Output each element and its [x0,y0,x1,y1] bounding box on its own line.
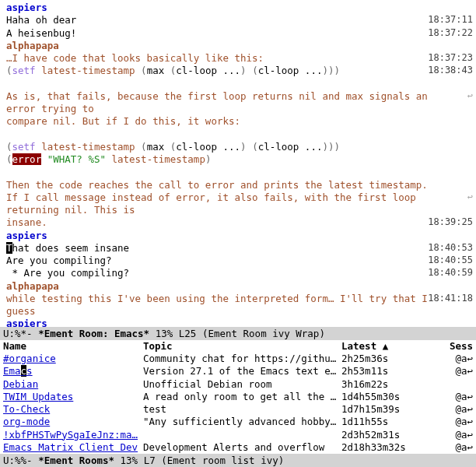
col-header-topic[interactable]: Topic [143,340,341,353]
timestamp: 18:37:22 [428,27,473,40]
room-topic: Unofficial Debian room [143,378,341,391]
timestamp: 18:37:23 [428,52,473,65]
room-latest: 2d3h52m31s [341,429,427,441]
timestamp: 18:40:53 [428,242,473,255]
timestamp: 18:39:25 [428,216,473,229]
timestamp: 18:38:43 [428,65,473,77]
room-session: @a↩ [427,365,473,377]
nick-alphapapa: alphapapa [6,280,59,292]
nick-aspiers: aspiers [6,2,47,13]
code-line: (setf latest-timestamp (max (cl-loop ...… [6,65,428,77]
msg-text: As is, that fails, because the first loo… [6,90,428,116]
timestamp: 18:37:11 [428,14,473,26]
room-row[interactable]: DebianUnofficial Debian room3h16m22s [3,378,473,391]
nick-aspiers: aspiers [6,230,47,241]
wrap-icon: ↩ [467,90,473,101]
room-topic: "Any sufficiently advanced hobby… [143,416,341,428]
room-topic: A read only room to get all the … [143,391,341,403]
modeline-chat[interactable]: U:%*- *Ement Room: Emacs* 13% L25 (Ement… [0,327,476,340]
room-row[interactable]: org-mode"Any sufficiently advanced hobby… [3,416,473,428]
text-cursor: c [21,365,27,377]
buffer-name: *Ement Room: Emacs* [38,328,149,339]
buffer-name: *Ement Rooms* [38,455,114,466]
room-link[interactable]: Emacs [3,365,33,377]
col-header-name[interactable]: Name [3,340,143,353]
wrap-icon: ↩ [467,191,473,202]
nick-aspiers: aspiers [6,318,47,327]
room-link[interactable]: !xbfPHSTwPySgaIeJnz:ma… [3,429,138,441]
timestamp: 18:40:59 [428,267,473,279]
room-latest: 3h16m22s [341,378,427,391]
timestamp: 18:40:55 [428,255,473,267]
msg-text: while testing this I've been using the i… [6,293,428,318]
msg-text: Haha oh dear [6,14,428,26]
col-header-session[interactable]: Sess [427,340,473,353]
room-latest: 2h25m36s [341,353,427,365]
room-session: @a↩ [427,441,473,454]
room-link[interactable]: TWIM Updates [3,391,73,402]
room-session [427,378,473,391]
msg-text: If I call message instead of error, it a… [6,191,428,217]
col-header-latest[interactable]: Latest ▲ [341,340,427,353]
room-link[interactable]: #organice [3,353,56,364]
room-link[interactable]: org-mode [3,416,50,427]
code-line: (setf latest-timestamp (max (cl-loop ...… [6,141,428,153]
chat-buffer[interactable]: aspiers Haha oh dear18:37:11 A heisenbug… [0,0,476,327]
msg-text: That does seem insane [6,242,428,255]
room-topic: Development Alerts and overflow [143,441,341,454]
room-latest: 1d11h55s [341,416,427,428]
room-session: @a↩ [427,429,473,441]
room-topic: Version 27.1 of the Emacs text e… [143,365,341,377]
room-link[interactable]: Emacs Matrix Client Dev [3,441,138,453]
room-latest: 1d7h15m39s [341,403,427,416]
msg-text: compare nil. But if I do this, it works: [6,115,428,128]
room-topic [143,429,341,441]
room-link[interactable]: To-Check [3,403,50,415]
msg-text: A heisenbug! [6,27,428,40]
room-row[interactable]: TWIM UpdatesA read only room to get all … [3,391,473,403]
timestamp: 18:41:18 [428,293,473,318]
text-cursor: T [6,242,12,254]
room-row[interactable]: !xbfPHSTwPySgaIeJnz:ma…2d3h52m31s@a↩ [3,429,473,441]
room-session: @a↩ [427,391,473,403]
room-row[interactable]: #organiceCommunity chat for https://gith… [3,353,473,365]
nick-alphapapa: alphapapa [6,40,59,51]
room-latest: 2d18h33m32s [341,441,427,454]
room-row[interactable]: Emacs Matrix Client DevDevelopment Alert… [3,441,473,454]
error-highlight: error [12,153,42,165]
room-session: @a↩ [427,416,473,428]
room-topic: test [143,403,341,416]
msg-text: …I have code that looks basically like t… [6,52,428,65]
room-session: @a↩ [427,353,473,365]
room-link[interactable]: Debian [3,378,38,390]
modeline-rooms[interactable]: U:%%- *Ement Rooms* 13% L7 (Ement room l… [0,454,476,467]
msg-text: Then the code reaches the call to error … [6,179,428,191]
room-row[interactable]: To-Checktest1d7h15m39s@a↩ [3,403,473,416]
msg-text: * Are you compiling? [6,267,428,279]
msg-text: insane. [6,216,428,229]
room-session: @a↩ [427,403,473,416]
sort-indicator-icon: ▲ [383,340,389,352]
room-topic: Community chat for https://githu… [143,353,341,365]
msg-text: Are you compiling? [6,255,428,267]
room-latest: 2h53m11s [341,365,427,377]
room-row[interactable]: EmacsVersion 27.1 of the Emacs text e…2h… [3,365,473,377]
code-line: (error "WHAT? %S" latest-timestamp) [6,153,428,166]
room-latest: 1d4h55m30s [341,391,427,403]
rooms-buffer[interactable]: Name Topic Latest ▲ Sess #organiceCommun… [0,340,476,454]
